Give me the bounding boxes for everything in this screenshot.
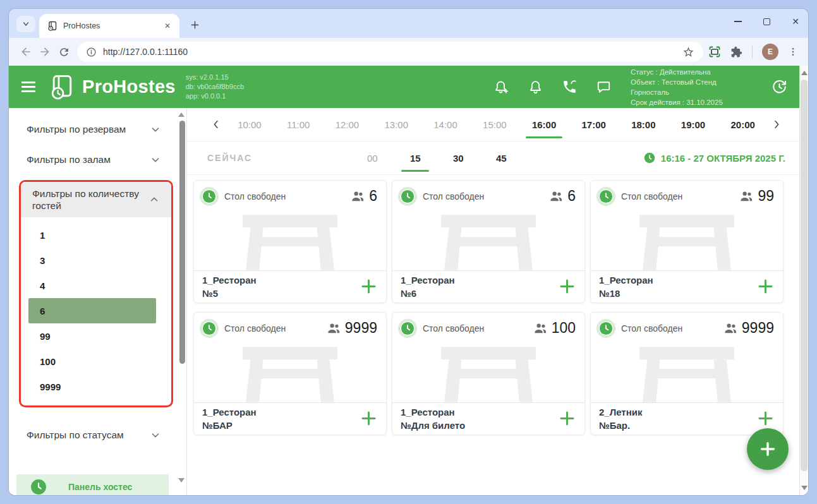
minute-list: 00153045 — [365, 150, 509, 166]
filter-statuses[interactable]: Фильтры по статусам — [9, 420, 186, 450]
screen-capture-extension-icon[interactable] — [708, 45, 721, 58]
site-info-icon[interactable] — [86, 47, 97, 57]
chevron-left-icon — [210, 119, 222, 130]
table-card[interactable]: Стол свободен 9999 2_Летник №Бар. — [590, 312, 784, 435]
hour-tab[interactable]: 15:00 — [481, 117, 508, 133]
guest-count-option[interactable]: 4 — [21, 273, 171, 298]
minute-tab[interactable]: 45 — [493, 150, 509, 166]
hour-tab[interactable]: 16:00 — [531, 117, 557, 133]
toolbar-extensions-area: E — [708, 44, 801, 60]
page-scrollbar-thumb[interactable] — [801, 80, 808, 471]
table-free-clock-icon — [401, 321, 415, 335]
profile-avatar[interactable]: E — [762, 44, 778, 60]
update-history-icon[interactable] — [771, 78, 788, 95]
table-card[interactable]: Стол свободен 6 1_Ресторан №5 — [193, 180, 387, 303]
card-footer: 1_Ресторан №18 — [591, 270, 783, 303]
add-booking-button[interactable] — [358, 277, 378, 297]
guest-count-option[interactable]: 9999 — [21, 374, 171, 399]
timeline-next-button[interactable] — [768, 116, 785, 133]
hour-tab[interactable]: 11:00 — [286, 117, 311, 133]
add-booking-button[interactable] — [557, 277, 577, 297]
guest-count-option[interactable]: 99 — [21, 323, 171, 349]
app-version: app: v0.0.0.1 — [186, 92, 244, 101]
system-info: sys: v2.0.1.15 db: vb0ca6f8b9ccb app: v0… — [186, 73, 244, 101]
table-icon — [639, 347, 734, 402]
reload-button[interactable] — [54, 42, 73, 61]
hour-tab[interactable]: 19:00 — [680, 117, 706, 133]
hour-tab[interactable]: 14:00 — [432, 117, 459, 133]
minimize-button[interactable] — [734, 21, 742, 22]
table-card[interactable]: Стол свободен 100 1_Ресторан №Для билето — [392, 312, 585, 435]
table-card[interactable]: Стол свободен 99 1_Ресторан №18 — [590, 180, 784, 303]
forward-button[interactable] — [35, 42, 54, 61]
browser-tab[interactable]: ProHostes ✕ — [39, 14, 179, 38]
minute-tab[interactable]: 15 — [408, 150, 423, 166]
table-name: 1_Ресторан №6 — [401, 273, 455, 300]
notification-add-icon[interactable] — [493, 79, 509, 95]
hour-tab[interactable]: 10:00 — [236, 117, 263, 133]
reload-icon — [58, 46, 70, 58]
table-card[interactable]: Стол свободен 9999 1_Ресторан №БАР — [193, 312, 387, 435]
hour-tab[interactable]: 13:00 — [383, 117, 409, 133]
browser-menu-kebab-icon[interactable] — [788, 47, 798, 57]
filter-reserves[interactable]: Фильтры по резервам — [9, 114, 186, 145]
guest-count-option[interactable]: 6 — [28, 298, 156, 323]
call-history-icon[interactable] — [562, 79, 578, 95]
capacity-number: 100 — [552, 320, 576, 337]
card-body — [392, 205, 584, 270]
hour-tab[interactable]: 20:00 — [729, 117, 756, 133]
timeline-prev-button[interactable] — [207, 116, 225, 133]
address-bar[interactable]: http://127.0.0.1:11160 — [77, 42, 703, 62]
plus-icon — [360, 278, 377, 295]
close-window-button[interactable]: ✕ — [792, 17, 799, 26]
card-footer: 1_Ресторан №5 — [194, 270, 386, 303]
add-reservation-fab[interactable] — [747, 428, 789, 470]
page-scroll-up-arrow[interactable] — [801, 71, 808, 75]
new-tab-button[interactable] — [186, 16, 203, 33]
bookmark-star-icon[interactable] — [682, 46, 694, 58]
table-status: Стол свободен — [224, 191, 286, 201]
status-line: Статус : Действительна — [631, 67, 756, 77]
add-booking-button[interactable] — [557, 409, 577, 429]
chat-icon[interactable] — [596, 79, 612, 95]
back-button[interactable] — [16, 42, 35, 61]
guest-count-option[interactable]: 100 — [21, 349, 171, 374]
add-booking-button[interactable] — [755, 277, 775, 297]
sidebar-scrollbar-thumb[interactable] — [179, 121, 185, 364]
hour-tab[interactable]: 17:00 — [581, 117, 607, 133]
minute-tab[interactable]: 30 — [451, 150, 466, 166]
sidebar-scroll-down-arrow[interactable] — [178, 478, 185, 483]
hour-tab[interactable]: 12:00 — [334, 117, 361, 133]
tab-search-button[interactable] — [16, 16, 35, 32]
hostess-panel-button[interactable]: Панель хостес — [16, 474, 169, 495]
table-status: Стол свободен — [621, 191, 682, 201]
header-icon-group — [493, 79, 612, 95]
table-name: 1_Ресторан №БАР — [202, 405, 257, 432]
table-number: №5 — [202, 287, 257, 300]
filter-guests[interactable]: Фильтры по количеству гостей — [21, 182, 171, 217]
card-footer: 1_Ресторан №Для билето — [392, 402, 584, 435]
page-scrollbar[interactable] — [799, 66, 808, 495]
table-hall: 1_Ресторан — [202, 273, 257, 287]
page-scroll-down-arrow[interactable] — [801, 486, 808, 490]
extensions-puzzle-icon[interactable] — [730, 46, 742, 58]
tab-close-button[interactable]: ✕ — [162, 20, 173, 32]
guest-count-option[interactable]: 3 — [21, 248, 171, 273]
notification-bell-icon[interactable] — [528, 79, 543, 95]
maximize-button[interactable] — [763, 18, 770, 25]
table-number: №Для билето — [401, 419, 465, 432]
card-header: Стол свободен 99 — [591, 181, 783, 205]
hour-tab[interactable]: 18:00 — [630, 117, 657, 133]
filter-halls[interactable]: Фильтры по залам — [9, 145, 186, 175]
capacity-number: 6 — [369, 188, 377, 205]
table-card[interactable]: Стол свободен 6 1_Ресторан №6 — [392, 180, 585, 303]
minute-tab[interactable]: 00 — [365, 150, 380, 166]
add-booking-button[interactable] — [755, 409, 775, 429]
sidebar-scroll-up-arrow[interactable] — [178, 112, 185, 117]
hamburger-menu-button[interactable] — [21, 81, 35, 92]
guest-count-option[interactable]: 1 — [21, 222, 171, 248]
object-line: Объект : Тестовый Стенд Горносталь — [631, 77, 756, 97]
table-name: 2_Летник №Бар. — [599, 405, 643, 432]
table-hall: 1_Ресторан — [401, 273, 455, 287]
add-booking-button[interactable] — [358, 409, 378, 429]
